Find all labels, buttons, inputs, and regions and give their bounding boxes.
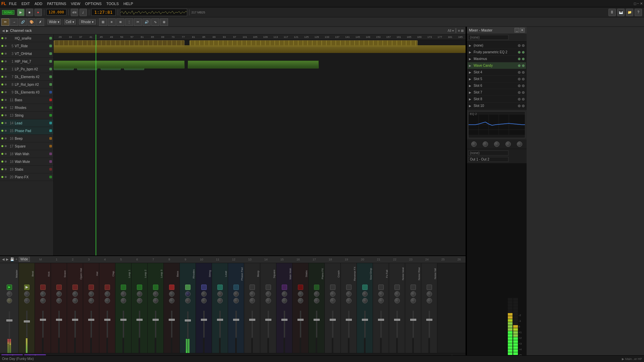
plugin-knob[interactable] (522, 98, 525, 101)
plugin-slot-7[interactable]: ▶ Slot 7 (468, 89, 526, 96)
mixer-track-crash[interactable]: Crash (325, 263, 341, 353)
plugin-knob[interactable] (522, 51, 525, 54)
mixer-send-btn[interactable]: ▶ (7, 285, 12, 290)
plugin-knob[interactable] (522, 58, 525, 60)
plugin-knob[interactable] (522, 78, 525, 80)
paint-tool[interactable]: 🎨 (28, 18, 36, 26)
plugin-knob[interactable] (522, 91, 525, 94)
mixer-nav-prev[interactable]: ◀ (2, 257, 5, 261)
fader-track[interactable] (9, 311, 10, 338)
mixer-track-noise-fall[interactable]: Noise fall (421, 263, 437, 353)
tb-btn-8[interactable]: ⊛ (160, 18, 168, 26)
send-target-out[interactable]: Out 1 - Out 2 (468, 157, 508, 162)
eq-knob-2[interactable] (483, 141, 488, 147)
plugin-knob[interactable] (522, 105, 525, 107)
eq-knob-5[interactable] (517, 141, 522, 147)
mixer-track-string[interactable]: String (196, 263, 212, 353)
menu-options[interactable]: OPTIONS (83, 1, 104, 6)
cell-select[interactable]: Cell ▾ (64, 19, 76, 24)
mixer-tracks-area[interactable]: Master ▶ (0, 263, 466, 353)
mixer-save[interactable]: 💾 (10, 257, 14, 261)
snap-select[interactable]: Wide ▾ (47, 19, 61, 24)
playlist-tracks[interactable]: 29 33 37 41 45 49 53 57 61 65 69 73 77 8… (54, 35, 466, 255)
menu-view[interactable]: VIEW (69, 1, 82, 6)
rhodes-select[interactable]: Rhode ▾ (79, 19, 96, 24)
mixer-track-soul-drop[interactable]: Soul Drop (357, 263, 373, 353)
menu-edit[interactable]: EDIT (19, 1, 32, 6)
menu-help[interactable]: HELP (121, 1, 135, 6)
eq-knob-1[interactable] (471, 141, 477, 147)
send-none-select[interactable]: (none) (468, 35, 508, 40)
mixer-track-hat[interactable]: Hat (83, 263, 99, 353)
plugin-knob[interactable] (518, 51, 521, 54)
help-icon[interactable]: ? (635, 9, 642, 16)
mixer-track-noise-beat[interactable]: Noise beat (389, 263, 405, 353)
mixer-track-square[interactable]: Square (260, 263, 276, 353)
mixer-track-loop2[interactable]: Loop 2 (131, 263, 148, 353)
mixer-track-snare[interactable]: Snare (51, 263, 67, 353)
plugin-slot-none[interactable]: ▶ (none) (468, 42, 526, 49)
plugin-knob[interactable] (522, 71, 525, 74)
time-sig-4-4[interactable]: 4/4 (71, 9, 78, 16)
mixer-track-piano-fx[interactable]: Piano FX (309, 263, 325, 353)
mixer-led[interactable]: ▶ (24, 285, 30, 290)
tb-btn-3[interactable]: ≋ (116, 18, 124, 26)
stop-button[interactable]: ■ (26, 9, 33, 16)
mixer-track-lead[interactable]: Lead (212, 263, 228, 353)
track-led[interactable] (1, 37, 3, 39)
tb-btn-4[interactable]: ⋮ (125, 18, 133, 26)
plugin-slot-4[interactable]: ▶ Slot 4 (468, 69, 526, 76)
eraser-tool[interactable]: 🔗 (19, 18, 27, 26)
fader-thumb[interactable] (6, 319, 12, 321)
plugin-knob[interactable] (522, 44, 525, 47)
draw-tool[interactable]: ✏ (1, 18, 9, 26)
menu-add[interactable]: ADD (33, 1, 44, 6)
plugin-slot-8[interactable]: ▶ Slot 8 (468, 96, 526, 103)
mixer-add[interactable]: + (15, 257, 17, 261)
mixer-track-reverse-fx[interactable]: Reverse FX (341, 263, 357, 353)
mixer-track-master[interactable]: Master ▶ (0, 263, 19, 353)
mixer-minimize-btn[interactable]: _ (515, 28, 519, 33)
play-button[interactable]: ▶ (17, 9, 24, 16)
eq-knob-3[interactable] (494, 141, 499, 147)
track-color-btn[interactable] (49, 37, 52, 40)
bpm-display[interactable]: 128.000 (46, 9, 66, 15)
mixer-pan-knob[interactable] (7, 291, 12, 297)
send-target-none[interactable]: (none) (468, 150, 508, 156)
mixer-nav-next[interactable]: ▶ (6, 257, 9, 261)
plugin-knob[interactable] (518, 58, 521, 60)
mixer-track-stabs[interactable]: Stabs (292, 263, 309, 353)
tb-btn-2[interactable]: ≡ (108, 18, 116, 26)
record-button[interactable]: ● (35, 9, 42, 16)
mixer-track-wah-wah[interactable]: Wah Wah (276, 263, 292, 353)
tb-btn-1[interactable]: ⊞ (99, 18, 107, 26)
plugin-knob[interactable] (518, 91, 521, 94)
mute-tool[interactable]: ✗ (36, 18, 44, 26)
mixer-track-bass[interactable]: Bass (164, 263, 180, 353)
menu-tools[interactable]: TOOLS (104, 1, 121, 6)
mixer-track-rhodes[interactable]: Rhodes (180, 263, 196, 353)
plugin-knob[interactable] (522, 64, 525, 67)
tb-btn-7[interactable]: ∿ (151, 18, 159, 26)
tb-btn-6[interactable]: 🔊 (143, 18, 151, 26)
eq-knob-4[interactable] (505, 141, 511, 147)
plugin-slot-10[interactable]: ▶ Slot 10 (468, 103, 526, 109)
mixer-track-kick[interactable]: Kick (35, 263, 51, 353)
plugin-knob[interactable] (518, 105, 521, 107)
menu-file[interactable]: FILE (7, 1, 19, 6)
mixer-vol-knob[interactable] (7, 298, 12, 303)
plugin-knob[interactable] (518, 78, 521, 80)
mixer-track-loop1[interactable]: Loop 1 (115, 263, 131, 353)
plugin-knob[interactable] (522, 84, 525, 87)
plugin-slot-wave-candy[interactable]: ▶ Wave Candy (468, 62, 526, 69)
tb-btn-5[interactable]: ✂ (134, 18, 142, 26)
plugin-knob[interactable] (518, 98, 521, 101)
mixer-track-phase-pad[interactable]: Phase Pad (228, 263, 244, 353)
plugin-knob[interactable] (518, 64, 521, 67)
menu-patterns[interactable]: PATTERNS (45, 1, 68, 6)
plugin-knob[interactable] (518, 71, 521, 74)
metronome-btn[interactable]: ♩ (79, 9, 87, 16)
mixer-track-clap[interactable]: Clap (99, 263, 115, 353)
piano-icon[interactable]: 🎹 (617, 9, 625, 16)
plugin-slot-maximus[interactable]: ▶ Maximus (468, 56, 526, 62)
